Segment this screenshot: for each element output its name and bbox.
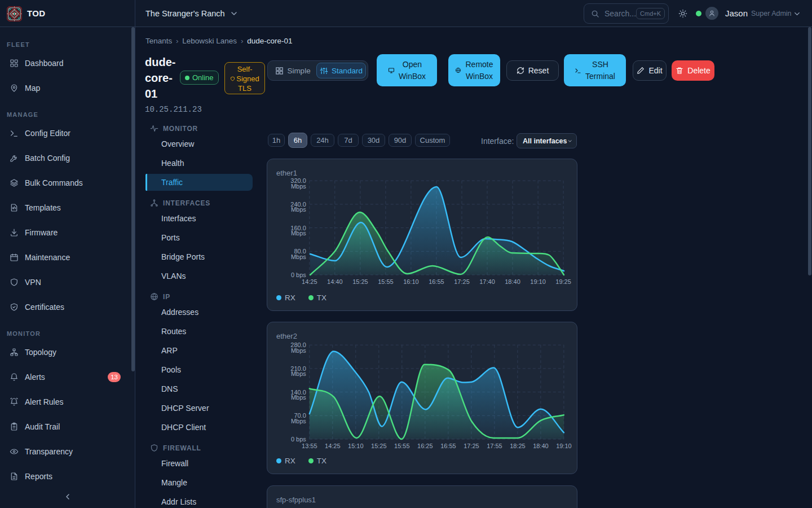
svg-text:Mbps: Mbps <box>291 370 306 377</box>
svg-text:17:40: 17:40 <box>479 278 495 285</box>
svg-text:Mbps: Mbps <box>291 253 306 260</box>
svg-text:14:25: 14:25 <box>325 443 341 449</box>
svg-text:Mbps: Mbps <box>291 230 306 237</box>
svg-text:15:10: 15:10 <box>348 443 364 449</box>
svg-text:16:55: 16:55 <box>440 443 456 449</box>
svg-text:17:25: 17:25 <box>464 443 479 449</box>
svg-text:17:55: 17:55 <box>487 443 502 449</box>
svg-text:16:10: 16:10 <box>403 278 419 285</box>
svg-text:Mbps: Mbps <box>291 347 306 354</box>
svg-text:18:40: 18:40 <box>533 443 549 449</box>
svg-text:19:25: 19:25 <box>555 278 571 285</box>
svg-text:Mbps: Mbps <box>291 394 306 401</box>
svg-text:19:10: 19:10 <box>530 278 546 285</box>
svg-text:13:55: 13:55 <box>302 443 317 449</box>
svg-text:15:25: 15:25 <box>371 443 387 449</box>
svg-text:19:10: 19:10 <box>556 443 572 449</box>
svg-text:15:25: 15:25 <box>352 278 368 285</box>
svg-text:0 bps: 0 bps <box>291 436 306 443</box>
svg-text:0 bps: 0 bps <box>291 271 306 278</box>
svg-text:15:55: 15:55 <box>394 443 410 449</box>
svg-text:Mbps: Mbps <box>291 183 306 190</box>
svg-text:18:40: 18:40 <box>505 278 520 285</box>
svg-text:18:25: 18:25 <box>510 443 526 449</box>
svg-text:16:25: 16:25 <box>417 443 433 449</box>
svg-text:17:25: 17:25 <box>454 278 470 285</box>
svg-text:14:40: 14:40 <box>327 278 343 285</box>
svg-text:Mbps: Mbps <box>291 418 306 424</box>
svg-text:Mbps: Mbps <box>291 206 306 213</box>
svg-text:15:55: 15:55 <box>378 278 394 285</box>
svg-text:14:25: 14:25 <box>302 278 317 285</box>
svg-text:16:55: 16:55 <box>429 278 444 285</box>
